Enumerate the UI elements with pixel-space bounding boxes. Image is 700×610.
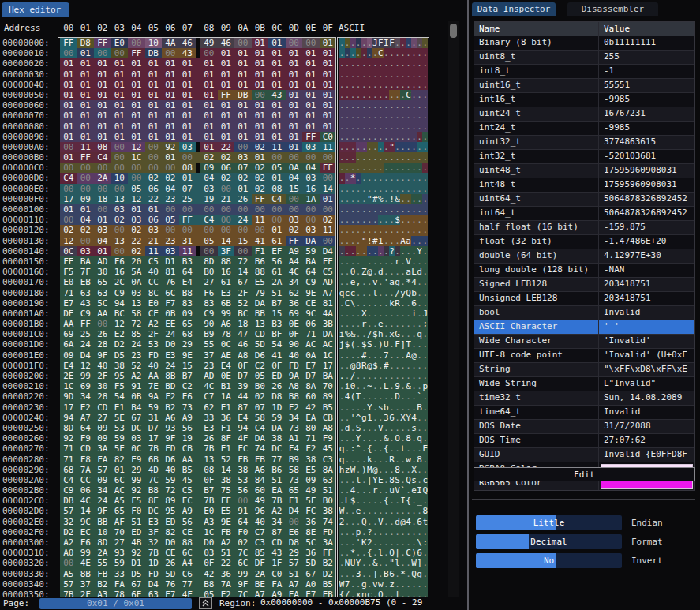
ascii-char[interactable]: .: [356, 256, 361, 267]
hex-byte[interactable]: 01: [268, 132, 286, 142]
ascii-char[interactable]: _: [417, 496, 422, 506]
hex-byte[interactable]: 00: [302, 152, 320, 163]
hex-byte[interactable]: 00: [94, 163, 111, 173]
hex-byte[interactable]: 09: [200, 163, 218, 173]
hex-byte[interactable]: 1C: [128, 152, 145, 163]
ascii-char[interactable]: .: [406, 48, 411, 58]
ascii-char[interactable]: .: [361, 371, 367, 381]
hex-byte[interactable]: 01: [302, 69, 320, 80]
hex-byte[interactable]: 09: [179, 309, 197, 319]
ascii-char[interactable]: .: [389, 309, 395, 319]
ascii-char[interactable]: Q: [361, 517, 367, 527]
ascii-char[interactable]: h: [339, 465, 345, 475]
ascii-char[interactable]: .: [356, 38, 361, 48]
hex-byte[interactable]: 01: [234, 100, 252, 110]
hex-byte[interactable]: B8: [145, 485, 163, 496]
ascii-char[interactable]: @: [350, 361, 356, 371]
hex-byte[interactable]: 4C: [286, 267, 303, 277]
ascii-char[interactable]: W: [350, 465, 356, 475]
hex-byte[interactable]: 99: [218, 309, 235, 319]
hex-byte[interactable]: 13: [200, 455, 218, 465]
hex-byte[interactable]: 01: [94, 100, 111, 110]
ascii-char[interactable]: {: [367, 548, 372, 558]
ascii-char[interactable]: .: [350, 350, 356, 361]
hex-byte[interactable]: A2: [145, 319, 163, 329]
ascii-char[interactable]: .: [389, 152, 395, 163]
ascii-char[interactable]: .: [400, 122, 406, 132]
inspector-row[interactable]: int8_t-1: [474, 64, 694, 78]
hex-byte[interactable]: 84: [252, 475, 269, 485]
hex-byte[interactable]: A9: [179, 506, 197, 516]
hex-byte[interactable]: 10: [145, 38, 163, 48]
ascii-char[interactable]: .: [422, 236, 428, 246]
hex-byte[interactable]: 01: [94, 58, 111, 69]
ascii-char[interactable]: .: [417, 381, 422, 391]
ascii-char[interactable]: .: [356, 329, 361, 339]
ascii-char[interactable]: I: [384, 38, 389, 48]
hex-byte[interactable]: 8E: [302, 527, 320, 537]
ascii-char[interactable]: .: [361, 184, 367, 194]
hex-byte[interactable]: 38: [234, 465, 252, 475]
ascii-char[interactable]: O: [395, 433, 400, 443]
ascii-char[interactable]: .: [367, 142, 372, 152]
ascii-char[interactable]: .: [422, 496, 428, 506]
ascii-char[interactable]: .: [384, 537, 389, 548]
ascii-char[interactable]: .: [400, 506, 406, 516]
hex-byte[interactable]: FF: [77, 152, 95, 163]
hex-byte[interactable]: 1C: [60, 381, 77, 391]
ascii-char[interactable]: .: [384, 485, 389, 496]
ascii-char[interactable]: .: [411, 496, 417, 506]
hex-byte[interactable]: 41: [252, 236, 269, 246]
ascii-char[interactable]: .: [406, 246, 411, 256]
hex-byte[interactable]: 17: [145, 433, 163, 443]
hex-byte[interactable]: 61: [268, 267, 286, 277]
ascii-char[interactable]: .: [422, 246, 428, 256]
ascii-char[interactable]: .: [389, 381, 395, 391]
hex-byte[interactable]: E4: [234, 413, 252, 423]
ascii-char[interactable]: .: [367, 506, 372, 516]
ascii-char[interactable]: .: [406, 184, 411, 194]
hex-byte[interactable]: 62: [200, 402, 218, 413]
hex-byte[interactable]: 01: [200, 100, 218, 110]
hex-byte[interactable]: BB: [94, 517, 111, 527]
ascii-char[interactable]: c: [345, 288, 350, 298]
hex-byte[interactable]: 22: [218, 558, 235, 568]
ascii-char[interactable]: .: [417, 142, 422, 152]
ascii-char[interactable]: .: [411, 132, 417, 142]
hex-byte[interactable]: 9F: [234, 579, 252, 589]
ascii-char[interactable]: J: [372, 38, 378, 48]
hex-byte[interactable]: 01: [162, 132, 179, 142]
hex-byte[interactable]: DA: [252, 433, 269, 443]
hex-byte[interactable]: 02: [145, 173, 163, 183]
hex-byte[interactable]: 8E: [145, 496, 163, 506]
hex-byte[interactable]: 8A: [302, 381, 320, 391]
hex-byte[interactable]: 8A: [320, 465, 337, 475]
hex-byte[interactable]: DB: [145, 48, 163, 58]
hex-byte[interactable]: 2A: [94, 173, 111, 183]
ascii-char[interactable]: .: [345, 215, 350, 225]
ascii-char[interactable]: .: [389, 506, 395, 516]
edit-button[interactable]: Edit: [474, 467, 695, 481]
ascii-char[interactable]: .: [378, 80, 384, 90]
ascii-char[interactable]: .: [417, 277, 422, 287]
hex-byte[interactable]: F2: [162, 391, 179, 402]
ascii-char[interactable]: .: [339, 48, 345, 58]
hex-byte[interactable]: 00: [179, 152, 197, 163]
hex-byte[interactable]: 01: [268, 48, 286, 58]
hex-byte[interactable]: 92: [128, 485, 145, 496]
hex-byte[interactable]: B5: [320, 402, 337, 413]
hex-byte[interactable]: 83: [179, 298, 197, 309]
ascii-char[interactable]: .: [356, 152, 361, 163]
hex-byte[interactable]: 39: [234, 381, 252, 391]
ascii-char[interactable]: .: [395, 361, 400, 371]
ascii-char[interactable]: .: [367, 485, 372, 496]
hex-byte[interactable]: 87: [268, 527, 286, 537]
hex-byte[interactable]: 7C: [234, 548, 252, 558]
ascii-char[interactable]: .: [400, 215, 406, 225]
ascii-char[interactable]: .: [411, 110, 417, 121]
ascii-char[interactable]: V: [406, 256, 411, 267]
hex-byte[interactable]: 4C: [200, 381, 218, 391]
hex-byte[interactable]: 2E: [60, 371, 77, 381]
ascii-char[interactable]: .: [395, 236, 400, 246]
ascii-char[interactable]: .: [361, 38, 367, 48]
